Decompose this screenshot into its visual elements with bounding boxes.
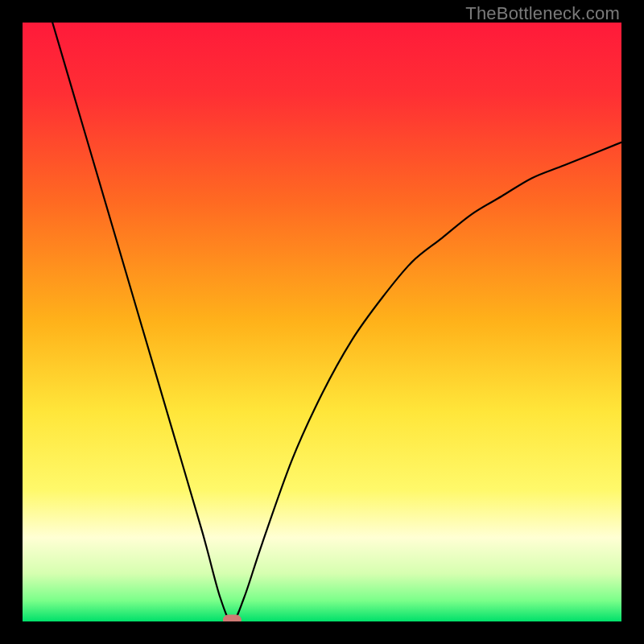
watermark-text: TheBottleneck.com xyxy=(465,3,620,24)
gradient-bg xyxy=(23,23,621,621)
chart-svg xyxy=(23,23,621,621)
plot-area xyxy=(23,23,621,621)
optimal-marker xyxy=(223,615,241,621)
